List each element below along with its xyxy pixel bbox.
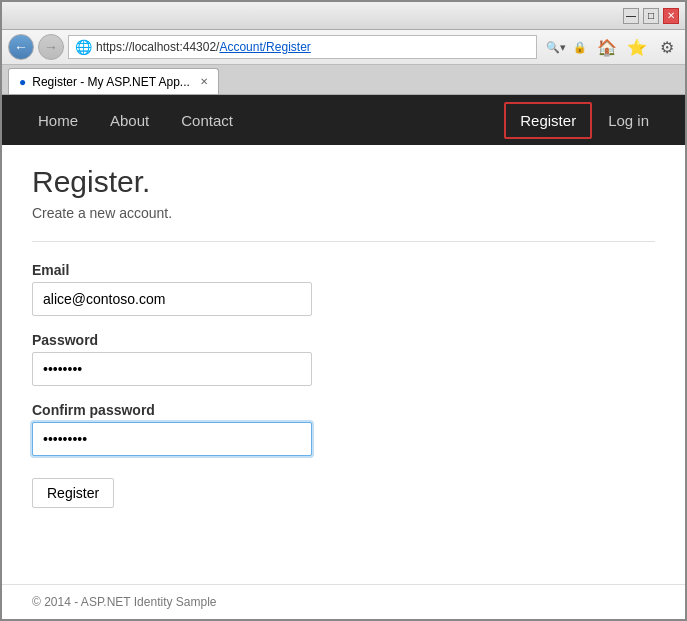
tab-bar: ● Register - My ASP.NET App... ✕ bbox=[2, 65, 685, 95]
browser-toolbar: 🏠 ⭐ ⚙ bbox=[595, 35, 679, 59]
register-submit-button[interactable]: Register bbox=[32, 478, 114, 508]
ie-icon: 🌐 bbox=[75, 39, 92, 55]
search-address-btn[interactable]: 🔍▾ bbox=[545, 36, 567, 58]
tab-label: Register - My ASP.NET App... bbox=[32, 75, 190, 89]
lock-icon: 🔒 bbox=[569, 36, 591, 58]
content-divider bbox=[32, 241, 655, 242]
close-tab-btn[interactable]: ✕ bbox=[200, 76, 208, 87]
nav-register[interactable]: Register bbox=[504, 102, 592, 139]
back-button[interactable]: ← bbox=[8, 34, 34, 60]
email-input[interactable] bbox=[32, 282, 312, 316]
password-input[interactable] bbox=[32, 352, 312, 386]
browser-tab[interactable]: ● Register - My ASP.NET App... ✕ bbox=[8, 68, 219, 94]
nav-login[interactable]: Log in bbox=[592, 98, 665, 143]
browser-window: — □ ✕ ← → 🌐 https://localhost:44302/Acco… bbox=[0, 0, 687, 621]
confirm-password-input[interactable] bbox=[32, 422, 312, 456]
email-group: Email bbox=[32, 262, 655, 316]
nav-contact[interactable]: Contact bbox=[165, 98, 249, 143]
close-button[interactable]: ✕ bbox=[663, 8, 679, 24]
address-bar[interactable]: 🌐 https://localhost:44302/Account/Regist… bbox=[68, 35, 537, 59]
app-nav: Home About Contact Register Log in bbox=[2, 95, 685, 145]
forward-button[interactable]: → bbox=[38, 34, 64, 60]
address-actions: 🔍▾ 🔒 bbox=[545, 36, 591, 58]
favorites-btn[interactable]: ⭐ bbox=[625, 35, 649, 59]
nav-about[interactable]: About bbox=[94, 98, 165, 143]
confirm-password-label: Confirm password bbox=[32, 402, 655, 418]
password-group: Password bbox=[32, 332, 655, 386]
home-tool-btn[interactable]: 🏠 bbox=[595, 35, 619, 59]
page-subtitle: Create a new account. bbox=[32, 205, 655, 221]
minimize-button[interactable]: — bbox=[623, 8, 639, 24]
address-bar-row: ← → 🌐 https://localhost:44302/Account/Re… bbox=[2, 30, 685, 65]
tab-favicon: ● bbox=[19, 75, 26, 89]
nav-right: Register Log in bbox=[504, 98, 665, 143]
footer-text: © 2014 - ASP.NET Identity Sample bbox=[32, 595, 217, 609]
settings-btn[interactable]: ⚙ bbox=[655, 35, 679, 59]
nav-home[interactable]: Home bbox=[22, 98, 94, 143]
page-footer: © 2014 - ASP.NET Identity Sample bbox=[2, 584, 685, 619]
confirm-password-group: Confirm password bbox=[32, 402, 655, 456]
title-bar: — □ ✕ bbox=[2, 2, 685, 30]
address-text: https://localhost:44302/Account/Register bbox=[96, 40, 311, 54]
maximize-button[interactable]: □ bbox=[643, 8, 659, 24]
page-title: Register. bbox=[32, 165, 655, 199]
password-label: Password bbox=[32, 332, 655, 348]
page-content: Register. Create a new account. Email Pa… bbox=[2, 145, 685, 584]
email-label: Email bbox=[32, 262, 655, 278]
